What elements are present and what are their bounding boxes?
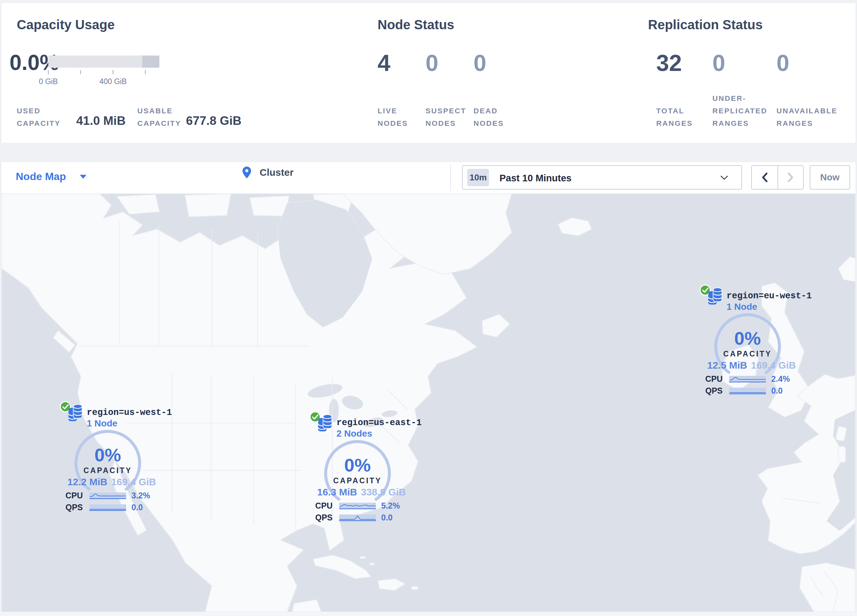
caret-down-icon xyxy=(80,175,87,179)
capacity-label: CAPACITY xyxy=(705,350,790,358)
under-replicated-ranges-label: UNDER-REPLICATED RANGES xyxy=(712,92,774,130)
cluster-overview-page: Capacity Usage 0.0% 0 GiB 400 GiB USED C… xyxy=(0,0,857,616)
qps-sparkline xyxy=(729,388,766,394)
total-ranges-count: 32 xyxy=(656,50,682,76)
database-stack-icon xyxy=(317,414,333,433)
capacity-label: CAPACITY xyxy=(315,476,400,485)
region-label: region=us-east-1 xyxy=(337,418,422,428)
map-toolbar: Node Map Cluster 10m Past 10 Minutes xyxy=(1,162,856,194)
map-pin-icon xyxy=(243,167,251,178)
landmass-island xyxy=(411,587,418,590)
time-forward-button[interactable] xyxy=(778,166,803,189)
chevron-down-icon xyxy=(720,176,728,180)
capacity-total: 169.4 GiB xyxy=(111,476,156,488)
axis-tick xyxy=(80,70,81,74)
region-label: region=us-west-1 xyxy=(87,408,172,418)
node-count-label[interactable]: 1 Node xyxy=(727,301,812,312)
breadcrumb-label: Cluster xyxy=(260,167,294,178)
node-status-title: Node Status xyxy=(377,17,454,32)
capacity-percent: 0% xyxy=(72,445,144,465)
qps-label: QPS xyxy=(702,386,722,395)
node-map xyxy=(0,194,857,612)
landmass-island xyxy=(185,194,230,217)
usable-capacity-label: USABLE CAPACITY xyxy=(138,105,192,130)
used-capacity-label: USED CAPACITY xyxy=(17,105,67,130)
axis-tick-label-400: 400 GiB xyxy=(93,77,133,86)
toolbar-divider xyxy=(450,165,451,191)
world-map xyxy=(0,194,857,612)
qps-value: 0.0 xyxy=(381,513,393,522)
capacity-used: 16.3 MiB xyxy=(317,486,357,498)
unavailable-ranges-count: 0 xyxy=(777,50,789,76)
capacity-percent: 0% xyxy=(712,329,784,348)
cpu-value: 5.2% xyxy=(381,501,400,511)
capacity-total: 169.4 GiB xyxy=(751,360,796,371)
capacity-used: 12.5 MiB xyxy=(707,360,747,371)
cpu-label: CPU xyxy=(312,501,333,511)
time-range-select[interactable]: 10m Past 10 Minutes xyxy=(462,165,742,190)
live-nodes-label: LIVE NODES xyxy=(377,105,421,130)
axis-tick-label-0: 0 GiB xyxy=(29,77,68,86)
capacity-used: 12.2 MiB xyxy=(67,476,107,488)
qps-value: 0.0 xyxy=(131,503,143,512)
chevron-left-icon xyxy=(761,173,768,182)
database-stack-icon xyxy=(707,287,722,306)
suspect-nodes-count: 0 xyxy=(425,50,438,76)
time-range-badge: 10m xyxy=(467,169,489,186)
axis-tick xyxy=(145,70,145,74)
unavailable-ranges-label: UNAVAILABLE RANGES xyxy=(777,105,847,130)
breadcrumb[interactable]: Cluster xyxy=(243,167,294,178)
axis-tick xyxy=(113,70,113,74)
page-bottom-strip xyxy=(0,612,857,616)
node-count-label[interactable]: 2 Nodes xyxy=(337,428,422,439)
under-replicated-ranges-count: 0 xyxy=(712,50,725,76)
time-nav-arrows xyxy=(751,165,804,190)
capacity-total: 338.9 GiB xyxy=(361,486,406,498)
capacity-bar-nonusable-segment xyxy=(142,56,159,68)
cpu-sparkline xyxy=(339,503,376,509)
capacity-label: CAPACITY xyxy=(65,466,150,475)
cpu-label: CPU xyxy=(702,374,722,384)
dead-nodes-count: 0 xyxy=(473,50,486,76)
view-mode-label: Node Map xyxy=(16,170,66,183)
landmass-island xyxy=(360,557,365,559)
chevron-right-icon xyxy=(787,173,794,182)
used-capacity-value: 41.0 MiB xyxy=(76,114,125,128)
cpu-sparkline xyxy=(90,492,126,499)
capacity-percent: 0% xyxy=(321,455,394,475)
cluster-summary-card: Capacity Usage 0.0% 0 GiB 400 GiB USED C… xyxy=(1,3,856,143)
time-range-value: Past 10 Minutes xyxy=(500,173,571,184)
view-mode-dropdown[interactable]: Node Map xyxy=(16,170,87,183)
dead-nodes-label: DEAD NODES xyxy=(473,105,517,130)
usable-capacity-value: 677.8 GiB xyxy=(186,114,241,128)
now-button[interactable]: Now xyxy=(810,165,850,190)
suspect-nodes-label: SUSPECT NODES xyxy=(425,105,469,130)
qps-sparkline xyxy=(90,504,126,511)
capacity-usage-title: Capacity Usage xyxy=(17,17,115,32)
cpu-label: CPU xyxy=(62,491,83,500)
time-back-button[interactable] xyxy=(752,166,778,189)
qps-label: QPS xyxy=(62,503,83,512)
qps-value: 0.0 xyxy=(771,386,783,395)
landmass-island xyxy=(838,446,846,462)
region-label: region=eu-west-1 xyxy=(727,291,812,301)
cpu-value: 3.2% xyxy=(131,491,150,500)
qps-sparkline xyxy=(339,514,376,521)
live-nodes-count: 4 xyxy=(377,50,390,76)
qps-label: QPS xyxy=(312,513,333,522)
replication-status-title: Replication Status xyxy=(648,17,763,32)
axis-tick xyxy=(48,70,49,74)
landmass-island xyxy=(370,563,374,565)
total-ranges-label: TOTAL RANGES xyxy=(656,105,709,130)
capacity-bar xyxy=(48,56,159,68)
node-count-label[interactable]: 1 Node xyxy=(87,418,172,429)
database-stack-icon xyxy=(68,403,83,423)
cpu-sparkline xyxy=(729,376,766,383)
cpu-value: 2.4% xyxy=(771,374,790,384)
